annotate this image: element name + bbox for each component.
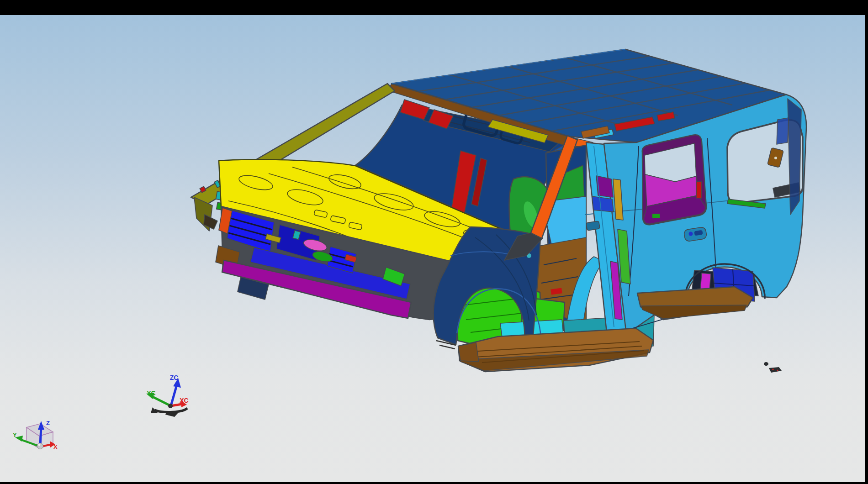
cad-application-window: ZC YC XC Z Y X	[0, 0, 868, 484]
board-end-cap	[458, 342, 479, 362]
window-red-part	[696, 182, 702, 198]
debris-red-speck	[777, 370, 778, 371]
wcs-y-label[interactable]: YC	[147, 389, 155, 397]
triad-x-label[interactable]: X	[53, 443, 58, 450]
debris-dot	[764, 362, 768, 366]
wcs-origin-knob[interactable]	[168, 404, 173, 408]
b-pillar-blue-part	[592, 196, 614, 212]
dpillar-blue-part	[777, 118, 789, 144]
top-letterbox-bar	[0, 0, 868, 15]
triad-z-label[interactable]: Z	[46, 420, 50, 426]
dpillar-navy-strip	[788, 99, 801, 215]
window-green-part	[652, 214, 660, 218]
triad-y-label[interactable]: Y	[13, 431, 17, 438]
graphics-viewport[interactable]: ZC YC XC Z Y X	[0, 0, 868, 484]
striker-detail	[586, 221, 600, 231]
right-letterbox-bar	[865, 0, 868, 484]
wcs-z-label[interactable]: ZC	[170, 374, 179, 381]
sphere-highlight	[38, 444, 41, 446]
bottom-letterbox-bar	[0, 482, 868, 484]
bracket-hole	[774, 157, 777, 159]
triad-origin-sphere[interactable]	[37, 443, 43, 449]
handle-blue-part	[689, 232, 693, 236]
debris-red-speck	[772, 368, 774, 370]
wcs-x-label[interactable]: XC	[180, 397, 188, 404]
